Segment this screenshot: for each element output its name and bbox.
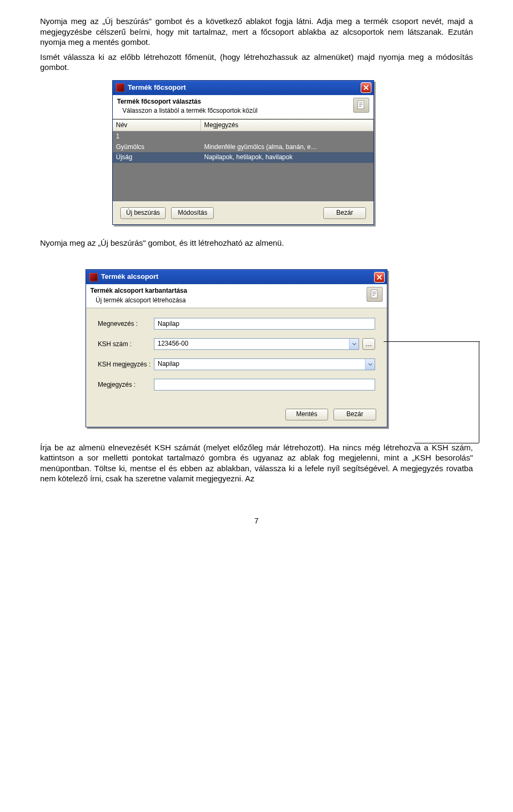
close-icon[interactable] [374,272,385,283]
cell-note: Napilapok, hetilapok, havilapok [201,153,374,162]
cell-note: Mindenféle gyümölcs (alma, banán, e… [201,143,374,152]
cell-name: Újság [113,153,201,162]
titlebar[interactable]: Termék alcsoport [86,270,387,284]
ksh-number-combo[interactable]: 123456-00 [154,338,359,350]
button-bar: Mentés Bezár [86,407,387,427]
modify-button[interactable]: Módosítás [171,207,214,219]
window-title: Termék főcsoport [128,83,186,92]
chevron-down-icon[interactable] [349,339,359,349]
ksh-number-label: KSH szám : [98,340,154,349]
close-icon[interactable] [361,82,371,93]
svg-rect-7 [372,295,375,296]
cell-name: 1 [113,132,201,141]
list-row[interactable]: 1 [113,131,374,142]
close-button[interactable]: Bezár [333,409,376,420]
list-row[interactable]: Gyümölcs Mindenféle gyümölcs (alma, baná… [113,142,374,153]
subheader-title: Termék alcsoport karbantartása [90,287,362,295]
paragraph-1b: Ismét válassza ki az előbb létrehozott f… [40,52,473,73]
name-label: Megnevezés : [98,320,154,329]
column-header-name[interactable]: Név [113,120,201,131]
svg-rect-1 [359,103,363,103]
name-input[interactable] [154,318,375,330]
callout-line [479,341,479,443]
ksh-note-value: Napilap [154,359,365,370]
document-icon [353,98,369,113]
save-button[interactable]: Mentés [285,409,328,420]
cell-note [201,132,374,141]
svg-rect-2 [359,104,363,105]
dialog-product-subgroup: Termék alcsoport Termék alcsoport karban… [86,269,387,427]
document-icon [367,287,383,302]
chevron-down-icon[interactable] [365,359,375,370]
paragraph-1: Nyomja meg az „Új beszúrás" gombot és a … [40,16,473,48]
subheader-desc: Válasszon a listából a termék főcsoporto… [117,107,349,115]
note-label: Megjegyzés : [98,381,154,389]
page-number: 7 [40,516,473,526]
paragraph-3: Írja be az almenü elnevezését KSH számát… [40,442,473,484]
new-insert-button[interactable]: Új beszúrás [120,207,166,219]
note-input[interactable] [154,379,375,391]
ksh-number-value: 123456-00 [154,339,349,349]
svg-rect-3 [359,106,361,106]
window-title: Termék alcsoport [101,272,158,282]
app-icon [116,83,125,92]
paragraph-2: Nyomja meg az „Új beszúrás" gombot, és i… [40,238,473,248]
form-area: Megnevezés : KSH szám : 123456-00 … [86,308,387,407]
titlebar[interactable]: Termék főcsoport [113,81,374,95]
close-button[interactable]: Bezár [323,207,366,219]
ksh-browse-button[interactable]: … [362,338,375,350]
app-icon [89,273,98,282]
dialog-subheader: Termék főcsoport választás Válasszon a l… [113,95,374,119]
cell-name: Gyümölcs [113,143,201,152]
list-box[interactable]: Név Megjegyzés 1 Gyümölcs Mindenféle gyü… [113,119,374,201]
ksh-note-label: KSH megjegyzés : [98,361,154,369]
svg-rect-5 [372,292,376,292]
subheader-title: Termék főcsoport választás [117,98,349,106]
subheader-desc: Új termék alcsoport létrehozása [90,296,362,305]
list-header[interactable]: Név Megjegyzés [113,120,374,132]
column-header-note[interactable]: Megjegyzés [201,120,374,131]
ksh-note-combo[interactable]: Napilap [154,358,375,370]
callout-line [384,341,480,342]
callout-line [415,443,479,443]
dialog-product-maingroup: Termék főcsoport Termék főcsoport válasz… [112,80,374,225]
button-bar: Új beszúrás Módosítás Bezár [113,201,374,224]
svg-rect-6 [372,293,376,294]
dialog-subheader: Termék alcsoport karbantartása Új termék… [86,284,387,308]
list-row-selected[interactable]: Újság Napilapok, hetilapok, havilapok [113,152,374,163]
